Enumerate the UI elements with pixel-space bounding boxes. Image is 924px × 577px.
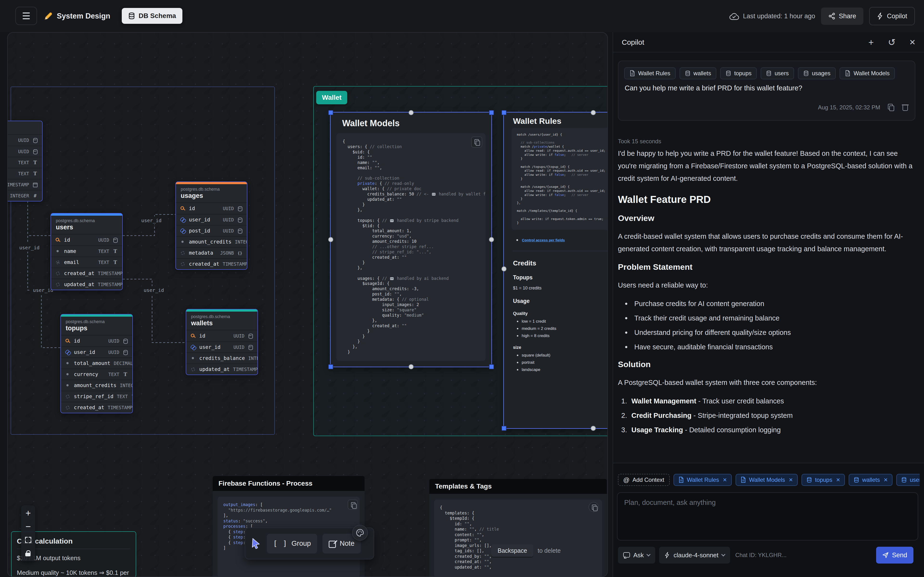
table-row[interactable]: TIMESTAMP [7,179,42,190]
context-chip[interactable]: topups [720,67,757,79]
table-row[interactable]: amount_credits INTEGER [176,236,247,247]
table-users[interactable]: postgres.db.schema users id UUID name [50,213,123,290]
diagram-canvas[interactable]: Wallet user_id user_id user_id user_id U… [7,32,608,577]
selection-handle[interactable] [409,110,414,115]
table-row[interactable]: user_id UUID [176,214,247,225]
table-row[interactable]: created_at TIMESTAMP [61,402,132,413]
table-usages[interactable]: postgres.db.schema usages id UUID user_i… [175,182,247,270]
table-row[interactable]: id UUID [61,335,132,347]
table-row[interactable]: TEXT [7,157,42,168]
close-panel-button[interactable]: ✕ [907,37,918,48]
prompt-input[interactable] [617,493,918,540]
table-row[interactable]: credits_balance INTEGER [186,353,257,364]
table-row[interactable]: post_id UUID [176,225,247,236]
remove-chip-icon[interactable]: × [723,476,727,484]
selection-handle[interactable] [409,364,414,369]
table-row[interactable]: email TEXT [51,256,122,268]
fit-view-button[interactable] [22,534,34,546]
table-row[interactable]: created_at TIMESTAMP [51,268,122,279]
table-row[interactable]: UUID [7,135,42,146]
selection-handle[interactable] [489,110,494,115]
table-row[interactable]: TEXT [7,168,42,179]
composer-context-chip[interactable]: Wallet Rules × [674,474,732,486]
table-row[interactable]: currency TEXT [61,369,132,380]
composer-context-chip[interactable]: users × [897,474,920,486]
wallet-rules-panel[interactable]: Wallet Rules match /users/{user_id} { //… [504,113,608,428]
field-constraint-icon [65,405,71,410]
new-chat-button[interactable]: + [866,37,876,48]
copilot-toggle-button[interactable]: Copilot [869,7,915,25]
table-row[interactable]: user_id UUID [186,342,257,353]
selection-handle[interactable] [328,364,333,369]
copy-code-button[interactable] [348,500,358,510]
selection-handle[interactable] [501,110,507,115]
firebase-functions-panel[interactable]: Firebase Functions - Process output_imag… [213,476,365,577]
selection-handle[interactable] [591,110,596,115]
composer-context-chip[interactable]: Wallet Models × [736,474,798,486]
remove-chip-icon[interactable]: × [884,476,888,484]
table-row[interactable]: metadata JSONB [176,247,247,258]
selection-handle[interactable] [501,426,507,431]
wallet-models-panel[interactable]: Wallet Models { users: { // collection $… [331,113,491,367]
table-partial[interactable]: UUID UUID TEXT [7,121,43,201]
field-type: TIMESTAMP [7,182,29,187]
wallet-models-code[interactable]: { users: { // collection $uid: { id: "" … [336,133,486,361]
selection-handle[interactable] [489,364,494,369]
add-context-button[interactable]: @ Add Context [618,474,670,486]
history-button[interactable]: ↺ [887,37,897,48]
table-topups[interactable]: postgres.db.schema topups id UUID user_i… [60,314,133,413]
model-select[interactable]: claude-4-sonnet [659,547,730,564]
menu-button[interactable] [15,7,37,25]
wallet-group-label[interactable]: Wallet [316,91,347,104]
context-chip[interactable]: usages [798,67,836,79]
remove-chip-icon[interactable]: × [836,476,840,484]
field-name: user_id [74,349,95,355]
style-palette-button[interactable] [352,525,368,541]
table-row[interactable]: UUID [7,146,42,157]
send-button[interactable]: Send [876,547,913,564]
lock-button[interactable] [22,547,34,560]
tab-db-schema[interactable]: DB Schema [122,8,183,24]
selection-handle[interactable] [328,237,333,242]
field-name: updated_at [199,366,229,372]
templates-code[interactable]: { templates: { $tempId: { id: "", name: … [434,500,602,577]
selection-handle[interactable] [489,237,494,242]
copy-message-icon[interactable] [887,104,895,111]
wallet-rules-code[interactable]: match /users/{user_id} { // sub-collecti… [512,128,608,230]
cursor-tool-icon[interactable] [250,538,262,550]
zoom-in-button[interactable]: + [22,507,34,519]
context-chip[interactable]: Wallet Rules [624,67,676,79]
table-row[interactable]: created_at TIMESTAMP [176,258,247,269]
table-row[interactable]: user_id UUID [61,347,132,358]
composer-context-chip[interactable]: wallets × [849,474,892,486]
table-row[interactable]: stripe_ref_id TEXT [61,391,132,402]
copy-code-button[interactable] [471,137,482,148]
templates-tags-panel[interactable]: Templates & Tags { templates: { $tempId:… [429,479,607,577]
selection-handle[interactable] [328,110,333,115]
table-row[interactable]: amount_credits INTEGER [61,380,132,391]
table-row[interactable]: total_amount DECIMAL [61,358,132,369]
context-chip[interactable]: wallets [680,67,716,79]
table-row[interactable]: id UUID [186,330,257,342]
table-row[interactable]: INTEGER [7,190,42,201]
table-row[interactable]: updated_at TIMESTAMP [186,364,257,375]
context-chip[interactable]: Wallet Models [840,67,895,79]
table-wallets[interactable]: postgres.db.schema wallets id UUID user_… [186,309,258,375]
context-chip[interactable]: users [761,67,794,79]
copy-code-button[interactable] [588,502,599,512]
table-row[interactable]: id UUID [176,203,247,214]
table-row[interactable]: name TEXT [51,245,122,256]
remove-chip-icon[interactable]: × [789,476,793,484]
composer-chip-label: Wallet Models [749,477,785,483]
mode-select[interactable]: Ask [618,547,655,564]
zoom-out-button[interactable]: − [22,520,34,533]
table-row[interactable]: id UUID [51,234,122,245]
share-button[interactable]: Share [821,8,863,25]
delete-message-icon[interactable] [902,104,909,111]
selection-handle[interactable] [501,266,507,271]
table-row[interactable]: updated_at TIMESTAMP [51,279,122,290]
composer-context-chip[interactable]: topups × [801,474,845,486]
selection-handle[interactable] [591,426,596,431]
group-tool-button[interactable]: [ ] Group [267,534,317,553]
control-access-link[interactable]: Control access per fields [522,238,565,242]
